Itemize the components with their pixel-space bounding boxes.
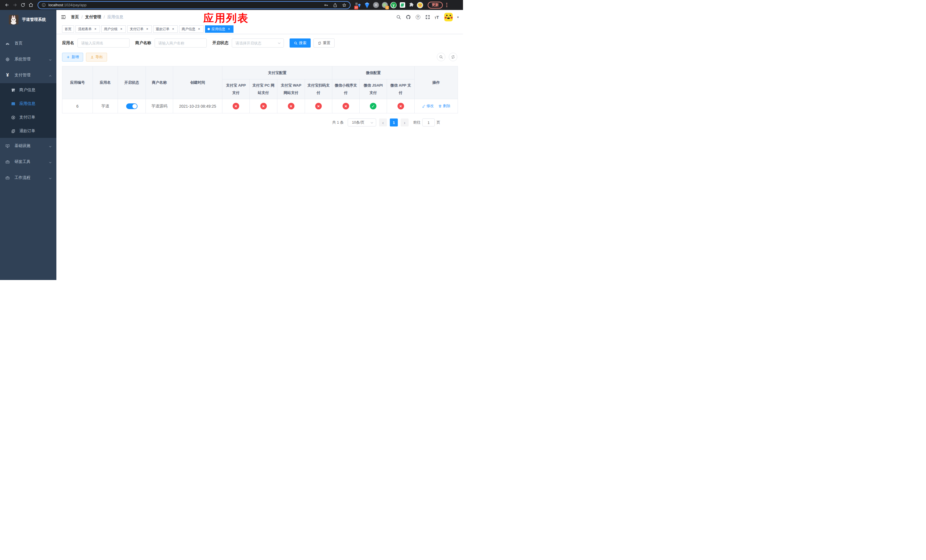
tab-app-info-active[interactable]: 应用信息× [205, 25, 233, 33]
tab-pay-orders[interactable]: 支付订单× [127, 25, 152, 33]
download-icon [90, 55, 94, 59]
documents-icon [11, 129, 15, 133]
tab-merchant-info[interactable]: 商户信息× [179, 25, 204, 33]
forward-icon[interactable] [11, 1, 19, 9]
table-row: 6 芋道 芋道源码 2021-10-23 08:49:25 × × × × × [62, 99, 458, 114]
help-icon[interactable]: ? [415, 15, 421, 20]
add-button[interactable]: 新增 [62, 53, 83, 62]
tab-refund-orders[interactable]: 退款订单× [153, 25, 178, 33]
recorder-extension-icon[interactable]: 1 [381, 2, 388, 8]
close-icon[interactable]: × [171, 27, 175, 31]
sidebar-collapse-icon[interactable] [61, 14, 67, 20]
sidebar-item-pay-orders[interactable]: 支付订单 [0, 110, 56, 124]
search-icon[interactable] [396, 15, 401, 20]
home-icon[interactable] [27, 1, 35, 9]
chrome-update-button[interactable]: 更新 [428, 2, 443, 9]
current-page-button[interactable]: 1 [390, 118, 398, 127]
breadcrumb-separator: / [82, 15, 83, 20]
breadcrumb-payment[interactable]: 支付管理 [85, 15, 101, 20]
sidebar-item-refund-orders[interactable]: 退款订单 [0, 124, 56, 138]
font-size-icon[interactable]: TT [434, 15, 439, 20]
chevron-down-icon [49, 160, 52, 163]
docs-extension-icon[interactable] [399, 2, 406, 8]
tags-view: 首页 流程表单× 用户分组× 支付订单× 退款订单× 商户信息× 应用信息× [56, 24, 463, 34]
sidebar-item-home[interactable]: 首页 [0, 35, 56, 51]
sidebar-item-merchant-info[interactable]: 商户信息 [0, 83, 56, 97]
table-toolbar: 新增 导出 [62, 52, 457, 62]
status-select[interactable] [232, 38, 284, 48]
reset-button[interactable]: 重置 [313, 38, 334, 48]
search-button[interactable]: 搜索 [290, 38, 311, 48]
sidebar-item-app-info[interactable]: 应用信息 [0, 97, 56, 110]
active-dot [207, 28, 210, 30]
close-icon[interactable]: × [197, 27, 201, 31]
browser-toolbar: localhost:1024/pay/app 10 ⌘ 1 y [0, 0, 463, 10]
password-key-icon[interactable] [324, 3, 328, 8]
tab-home[interactable]: 首页 [62, 25, 74, 33]
col-alipay-wap: 支付宝 WAP 网站支付 [277, 79, 305, 99]
app-name-input[interactable] [77, 38, 130, 48]
status-cross-icon: × [315, 103, 322, 109]
col-alipay-qr: 支付宝扫码支付 [305, 79, 332, 99]
col-status: 开启状态 [118, 67, 146, 99]
search-icon [439, 55, 443, 59]
yen-circle-icon [11, 115, 15, 120]
tampermonkey-extension-icon[interactable]: 10 [355, 2, 362, 8]
avatar-caret-icon[interactable]: ▾ [457, 15, 459, 19]
sidebar-item-infrastructure[interactable]: 基础设施 [0, 138, 56, 154]
col-actions: 操作 [415, 67, 458, 99]
sidebar-item-dev-tools[interactable]: 研发工具 [0, 154, 56, 170]
sidebar-item-payment[interactable]: ¥ 支付管理 [0, 67, 56, 83]
pagination: 共 1 条 10条/页 ‹ 1 › 前往 页 [62, 118, 440, 127]
y-extension-icon[interactable]: y [390, 2, 396, 8]
tab-user-group[interactable]: 用户分组× [101, 25, 126, 33]
fullscreen-icon[interactable] [425, 15, 430, 20]
gear-icon [5, 57, 10, 62]
cell-merchant-name: 芋道源码 [146, 99, 173, 114]
github-icon[interactable] [406, 15, 411, 20]
back-icon[interactable] [3, 1, 11, 9]
goto-suffix: 页 [437, 120, 440, 125]
next-page-button[interactable]: › [401, 118, 409, 127]
user-avatar[interactable] [444, 13, 453, 21]
page-content: 应用名 商户名称 开启状态 搜索 [56, 34, 463, 280]
close-icon[interactable]: × [227, 27, 231, 31]
dashboard-icon [5, 41, 10, 45]
prev-page-button[interactable]: ‹ [379, 118, 387, 127]
monitor-chart-icon [5, 144, 10, 148]
close-icon[interactable]: × [119, 27, 123, 31]
toolbox-icon [5, 160, 10, 164]
command-extension-icon[interactable]: ⌘ [373, 2, 379, 8]
breadcrumb-home[interactable]: 首页 [71, 15, 79, 20]
goto-page-input[interactable] [422, 118, 435, 127]
sidebar-item-label: 退款订单 [20, 129, 35, 133]
toggle-search-button[interactable] [437, 53, 445, 61]
share-icon[interactable] [333, 3, 337, 8]
site-info-icon[interactable] [42, 3, 46, 7]
extensions-puzzle-icon[interactable] [408, 2, 414, 8]
app-logo-row[interactable]: 芋道管理系统 [0, 12, 56, 28]
merchant-name-input[interactable] [154, 38, 207, 48]
edit-link[interactable]: 修改 [422, 103, 434, 109]
delete-link[interactable]: 删除 [438, 103, 450, 109]
close-icon[interactable]: × [94, 27, 97, 31]
sidebar-item-system[interactable]: 系统管理 [0, 51, 56, 67]
page-size-select[interactable]: 10条/页 [348, 118, 376, 127]
refresh-table-button[interactable] [449, 53, 457, 61]
emoji-extension-icon[interactable] [417, 2, 423, 8]
close-icon[interactable]: × [145, 27, 149, 31]
export-button[interactable]: 导出 [86, 53, 107, 62]
cell-app-name: 芋道 [93, 99, 118, 114]
status-cross-icon: × [260, 103, 267, 109]
chrome-menu-icon[interactable] [446, 3, 447, 8]
reload-icon[interactable] [19, 1, 27, 9]
status-check-icon: ✓ [370, 103, 377, 109]
url-bar[interactable]: localhost:1024/pay/app [38, 1, 351, 9]
group-wechat-config: 微信配置 [332, 67, 415, 79]
payment-submenu: 商户信息 应用信息 支付订单 [0, 83, 56, 138]
gem-extension-icon[interactable] [364, 2, 370, 8]
bookmark-star-icon[interactable] [342, 3, 346, 8]
enabled-toggle[interactable] [126, 103, 138, 109]
sidebar-item-workflow[interactable]: 工作流程 [0, 170, 56, 186]
tab-process-form[interactable]: 流程表单× [76, 25, 100, 33]
